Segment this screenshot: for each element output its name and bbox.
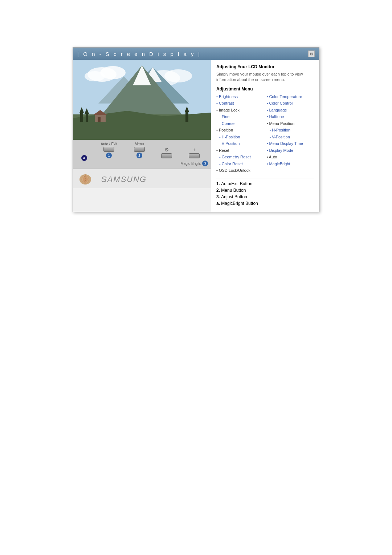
- list-item-1: 1. Auto/Exit Button: [216, 181, 314, 186]
- list-item-a: a. MagicBright Button: [216, 201, 314, 206]
- menu-item-color-reset[interactable]: Color Reset: [216, 161, 264, 167]
- auto-exit-label: Auto / Exit: [101, 142, 118, 146]
- samsung-logo-svg: SAMSUNG: [99, 173, 147, 184]
- button-2-badge: 2: [136, 153, 142, 158]
- menu-item-osd-lock: OSD Lock/Unlock: [216, 167, 264, 174]
- list-text-2: Menu Button: [221, 188, 246, 193]
- menu-item-image-lock: Image Lock: [216, 107, 264, 113]
- menu-item-menu-h-position[interactable]: H-Position: [267, 127, 314, 133]
- menu-item-menu-display-time[interactable]: Menu Display Time: [267, 141, 314, 147]
- menu-item-coarse[interactable]: Coarse: [216, 121, 264, 127]
- button-1-badge: 1: [106, 153, 112, 158]
- menu-label: Menu: [135, 142, 144, 146]
- adjustment-menu-title: Adjustment Menu: [216, 86, 314, 92]
- main-window: [ O n - S c r e e n D i s p l a y ] ⊠: [73, 47, 319, 212]
- right-panel: Adjusting Your LCD Monitor Simply move y…: [211, 60, 319, 212]
- menu-item-menu-position: Menu Position: [267, 121, 314, 127]
- button-3-badge: 3: [202, 161, 208, 166]
- svg-rect-15: [80, 113, 83, 122]
- help-title: Adjusting Your LCD Monitor: [216, 64, 314, 69]
- shell-icon: [77, 171, 94, 186]
- list-item-2: 2. Menu Button: [216, 188, 314, 193]
- list-item-3: 3. Adjust Button: [216, 194, 314, 199]
- menu-item-language[interactable]: Language: [267, 107, 314, 113]
- menu-item-h-position[interactable]: H-Position: [216, 134, 264, 140]
- svg-rect-19: [185, 112, 188, 122]
- window-body: a Auto / Exit 1 Menu 2 ⚙: [73, 60, 319, 212]
- menu-item-halftone[interactable]: Halftone: [267, 114, 314, 120]
- plus-btn[interactable]: [189, 153, 200, 158]
- monitor-display: [73, 60, 211, 140]
- magic-bright-label: Magic Bright: [180, 162, 201, 166]
- menu-item-auto: Auto: [267, 154, 314, 160]
- svg-point-5: [164, 69, 192, 82]
- list-text-1: Auto/Exit Button: [221, 181, 252, 186]
- title-bar: [ O n - S c r e e n D i s p l a y ] ⊠: [73, 48, 319, 60]
- menu-item-menu-v-position[interactable]: V-Position: [267, 134, 314, 140]
- magic-bright-row: Magic Bright 3: [73, 160, 211, 169]
- menu-button-group: Menu 2: [134, 142, 145, 158]
- adjust-button-group: ⚙: [161, 147, 172, 158]
- list-num-2: 2.: [216, 188, 221, 193]
- mountain-scene-svg: [73, 60, 211, 140]
- menu-item-brightness[interactable]: Brightness: [216, 94, 264, 100]
- menu-item-color-temperature[interactable]: Color Temperature: [267, 94, 314, 100]
- menu-btn[interactable]: [134, 147, 145, 152]
- list-num-3: 3.: [216, 194, 221, 199]
- list-text-a: MagicBright Button: [221, 201, 258, 206]
- plus-button-group: +: [189, 147, 200, 158]
- button-a-badge: a: [81, 155, 87, 161]
- menu-item-color-control[interactable]: Color Control: [267, 100, 314, 106]
- divider: [216, 178, 314, 178]
- menu-item-geometry-reset[interactable]: Geometry Reset: [216, 154, 264, 160]
- menu-left-col: Brightness Contrast Image Lock Fine Coar…: [216, 94, 264, 174]
- menu-item-position: Position: [216, 127, 264, 133]
- samsung-logo: SAMSUNG: [99, 173, 147, 184]
- controls-row: a Auto / Exit 1 Menu 2 ⚙: [73, 140, 211, 160]
- numbered-list: 1. Auto/Exit Button 2. Menu Button 3. Ad…: [216, 181, 314, 206]
- menu-right-col: Color Temperature Color Control Language…: [267, 94, 314, 174]
- menu-item-fine[interactable]: Fine: [216, 114, 264, 120]
- list-text-3: Adjust Button: [221, 194, 247, 199]
- plus-icon: +: [193, 147, 196, 153]
- window-title: [ O n - S c r e e n D i s p l a y ]: [77, 51, 201, 57]
- auto-exit-button-group: Auto / Exit 1: [101, 142, 118, 158]
- menu-item-v-position[interactable]: V-Position: [216, 141, 264, 147]
- auto-exit-btn[interactable]: [103, 147, 114, 152]
- svg-rect-16: [86, 114, 88, 122]
- svg-text:SAMSUNG: SAMSUNG: [101, 175, 147, 184]
- adjust-btn[interactable]: [161, 153, 172, 158]
- gear-icon: ⚙: [164, 147, 169, 153]
- menu-item-magic-bright[interactable]: MagicBright: [267, 161, 314, 167]
- menu-grid: Brightness Contrast Image Lock Fine Coar…: [216, 94, 314, 174]
- menu-item-display-mode[interactable]: Display Mode: [267, 147, 314, 154]
- menu-item-reset: Reset: [216, 147, 264, 154]
- menu-item-contrast[interactable]: Contrast: [216, 100, 264, 106]
- left-panel: a Auto / Exit 1 Menu 2 ⚙: [73, 60, 211, 212]
- list-num-1: 1.: [216, 181, 221, 186]
- close-button[interactable]: ⊠: [308, 50, 315, 57]
- list-num-a: a.: [216, 201, 221, 206]
- monitor-bottom: SAMSUNG: [73, 169, 211, 188]
- svg-rect-23: [98, 117, 101, 122]
- svg-point-3: [85, 71, 105, 81]
- help-intro: Simply move your mouse over each topic t…: [216, 72, 314, 83]
